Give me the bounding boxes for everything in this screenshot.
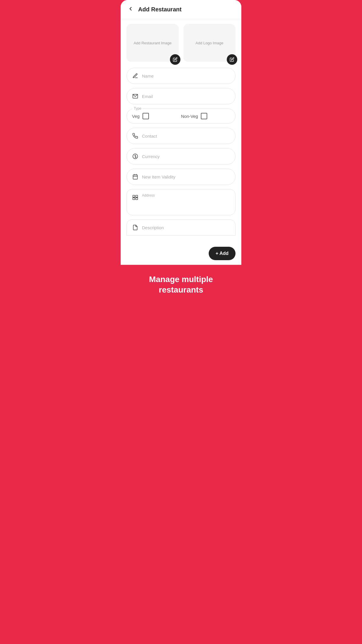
address-field[interactable]: Address bbox=[126, 189, 236, 215]
form-content: Add Restaurant Image Add Logo Image bbox=[121, 19, 241, 265]
name-placeholder: Name bbox=[142, 74, 230, 78]
address-label: Address bbox=[142, 193, 230, 197]
restaurant-image-edit-button[interactable] bbox=[170, 54, 180, 65]
svg-rect-8 bbox=[133, 198, 135, 200]
svg-rect-9 bbox=[136, 198, 138, 200]
page-title: Add Restaurant bbox=[138, 6, 182, 13]
restaurant-image-upload[interactable]: Add Restaurant Image bbox=[126, 24, 179, 62]
contact-placeholder: Contact bbox=[142, 134, 230, 139]
pencil-icon bbox=[173, 57, 178, 62]
type-options: Veg Non-Veg bbox=[132, 109, 230, 119]
non-veg-label: Non-Veg bbox=[181, 114, 198, 119]
type-field: Type Veg Non-Veg bbox=[126, 108, 236, 124]
pencil-icon-2 bbox=[230, 57, 234, 62]
email-field[interactable]: Email bbox=[126, 88, 236, 104]
email-placeholder: Email bbox=[142, 94, 230, 99]
svg-rect-7 bbox=[136, 195, 138, 197]
logo-image-upload[interactable]: Add Logo Image bbox=[183, 24, 236, 62]
phone-icon bbox=[132, 133, 138, 139]
tagline-section: Manage multiple restaurants bbox=[121, 265, 241, 307]
new-item-validity-field[interactable]: New Item Validity bbox=[126, 169, 236, 185]
type-label: Type bbox=[133, 106, 143, 111]
logo-image-label: Add Logo Image bbox=[196, 41, 223, 45]
restaurant-image-label: Add Restaurant Image bbox=[133, 41, 171, 45]
back-button[interactable] bbox=[126, 5, 135, 14]
description-icon bbox=[132, 225, 138, 230]
header: Add Restaurant bbox=[121, 0, 241, 19]
address-input-area: Address bbox=[142, 193, 230, 199]
image-upload-row: Add Restaurant Image Add Logo Image bbox=[126, 24, 236, 62]
back-icon bbox=[128, 6, 133, 12]
app-screen: Add Restaurant Add Restaurant Image Add … bbox=[121, 0, 241, 265]
veg-checkbox[interactable] bbox=[143, 113, 149, 119]
description-field[interactable]: Description bbox=[126, 219, 236, 236]
address-icon bbox=[132, 195, 138, 200]
svg-rect-6 bbox=[133, 195, 135, 197]
add-button[interactable]: + Add bbox=[209, 247, 236, 260]
non-veg-option: Non-Veg bbox=[181, 113, 230, 119]
currency-field[interactable]: Currency bbox=[126, 148, 236, 164]
logo-image-edit-button[interactable] bbox=[227, 54, 237, 65]
veg-option: Veg bbox=[132, 113, 181, 119]
calendar-icon bbox=[132, 174, 138, 180]
veg-label: Veg bbox=[132, 114, 140, 119]
description-placeholder: Description bbox=[142, 225, 230, 230]
name-field[interactable]: Name bbox=[126, 68, 236, 84]
svg-rect-2 bbox=[133, 175, 138, 179]
contact-field[interactable]: Contact bbox=[126, 128, 236, 144]
currency-icon bbox=[132, 153, 138, 159]
currency-placeholder: Currency bbox=[142, 154, 230, 159]
email-icon bbox=[132, 93, 138, 99]
new-item-validity-placeholder: New Item Validity bbox=[142, 174, 230, 179]
tagline-text: Manage multiple restaurants bbox=[149, 275, 213, 294]
name-icon bbox=[132, 73, 138, 79]
non-veg-checkbox[interactable] bbox=[201, 113, 207, 119]
